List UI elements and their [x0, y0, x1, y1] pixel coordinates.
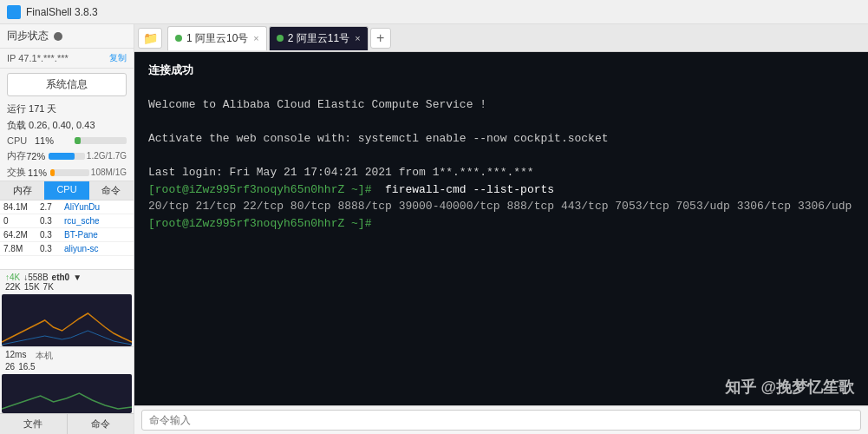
proc-mem: 84.1M	[3, 202, 40, 212]
proc-cpu: 0.3	[40, 244, 64, 253]
uptime-row: 运行 171 天	[0, 101, 134, 117]
net-dropdown-icon[interactable]: ▼	[73, 273, 82, 282]
process-list: 84.1M 2.7 AliYunDu 0 0.3 rcu_sche 64.2M …	[0, 201, 134, 269]
add-tab-button[interactable]: +	[370, 28, 391, 49]
net-up: ↑4K	[5, 273, 20, 282]
proc-mem: 7.8M	[3, 244, 40, 253]
tab-cpu[interactable]: CPU	[44, 181, 88, 200]
proc-mem: 64.2M	[3, 230, 40, 240]
terminal-area: 📁 1 阿里云10号 × 2 阿里云11号 × + 连接成功 Welcome t…	[134, 24, 868, 434]
terminal-line	[148, 80, 854, 97]
lat-val-26: 26	[5, 362, 15, 372]
ip-text: IP 47.1*.***.***	[7, 53, 106, 63]
mem-bar-wrap	[49, 153, 85, 160]
latency-row: 12ms 本机	[5, 350, 128, 362]
swap-detail: 108M/1G	[91, 168, 127, 177]
list-item: 7.8M 0.3 aliyun-sc	[0, 242, 134, 256]
net-chart	[2, 294, 132, 346]
net-val-22k: 22K	[5, 282, 21, 292]
load-row: 负载 0.26, 0.40, 0.43	[0, 117, 134, 134]
title-bar: FinalShell 3.8.3	[0, 0, 868, 24]
proc-cpu: 0.3	[40, 230, 64, 240]
list-item: 0 0.3 rcu_sche	[0, 214, 134, 228]
latency-val: 12ms	[5, 350, 36, 362]
tab-bar: 📁 1 阿里云10号 × 2 阿里云11号 × +	[134, 24, 868, 52]
tab-close-1[interactable]: ×	[253, 33, 258, 43]
net-iface: eth0	[52, 273, 70, 282]
cpu-label: CPU	[7, 135, 35, 146]
list-item: 64.2M 0.3 BT-Pane	[0, 228, 134, 242]
cpu-bar	[75, 137, 81, 144]
lat-val-165: 16.5	[18, 362, 35, 372]
tab-aliyun10[interactable]: 1 阿里云10号 ×	[167, 26, 267, 50]
proc-name[interactable]: aliyun-sc	[64, 244, 130, 253]
swap-bar	[50, 169, 55, 176]
terminal-line: 20/tcp 21/tcp 22/tcp 80/tcp 8888/tcp 390…	[148, 198, 854, 215]
tab-dot-2	[277, 35, 284, 42]
tab-label-2: 2 阿里云11号	[288, 31, 349, 46]
cpu-value: 11%	[35, 135, 71, 146]
swap-stat-row: 交换 11% 108M/1G	[0, 164, 134, 181]
terminal-line: Last login: Fri May 21 17:04:21 2021 fro…	[148, 164, 854, 181]
mem-bar	[49, 153, 75, 160]
tab-memory[interactable]: 内存	[0, 181, 44, 200]
cmd-input[interactable]	[141, 410, 861, 431]
sync-status: 同步状态	[0, 24, 134, 49]
proc-name[interactable]: BT-Pane	[64, 230, 130, 240]
net-val-15k: 15K	[24, 282, 40, 292]
terminal-line: [root@iZwz995rf3noqyh65n0hhrZ ~]#	[148, 215, 854, 233]
proc-cpu: 2.7	[40, 202, 64, 212]
proc-name[interactable]: rcu_sche	[64, 216, 130, 226]
app-icon	[7, 5, 21, 19]
copy-ip-button[interactable]: 复制	[109, 52, 127, 64]
uptime-label: 运行 171 天	[7, 102, 56, 115]
swap-bar-wrap	[50, 169, 89, 176]
ip-row: IP 47.1*.***.*** 复制	[0, 49, 134, 69]
latency-host: 本机	[36, 350, 53, 362]
sidebar: 同步状态 IP 47.1*.***.*** 复制 系统信息 运行 171 天 负…	[0, 24, 134, 434]
sync-label: 同步状态	[7, 29, 49, 43]
net-row: ↑4K ↓558B eth0 ▼	[5, 273, 128, 282]
proc-name[interactable]: AliYunDu	[64, 202, 130, 212]
terminal-line	[148, 114, 854, 131]
process-tabs: 内存 CPU 命令	[0, 181, 134, 201]
sidebar-tab-files[interactable]: 文件	[0, 414, 68, 434]
sidebar-tab-commands[interactable]: 命令	[68, 414, 134, 434]
main-layout: 同步状态 IP 47.1*.***.*** 复制 系统信息 运行 171 天 负…	[0, 24, 868, 434]
terminal-line: [root@iZwz995rf3noqyh65n0hhrZ ~]# firewa…	[148, 181, 854, 199]
tab-close-2[interactable]: ×	[355, 33, 360, 43]
net-stats: ↑4K ↓558B eth0 ▼ 22K 15K 7K	[0, 269, 134, 294]
sysinfo-button[interactable]: 系统信息	[7, 73, 127, 96]
cpu-bar-wrap	[75, 137, 127, 144]
tab-dot-1	[175, 35, 182, 42]
net-val-7k: 7K	[43, 282, 54, 292]
tab-command[interactable]: 命令	[89, 181, 134, 200]
terminal-output[interactable]: 连接成功 Welcome to Alibaba Cloud Elastic Co…	[134, 52, 868, 405]
folder-icon-button[interactable]: 📁	[138, 28, 162, 49]
list-item: 84.1M 2.7 AliYunDu	[0, 201, 134, 214]
cpu-stat-row: CPU 11%	[0, 134, 134, 148]
load-label: 负载 0.26, 0.40, 0.43	[7, 119, 95, 132]
sidebar-bottom-tabs: 文件 命令	[0, 413, 134, 434]
swap-value: 11%	[28, 168, 47, 178]
latency-stats: 12ms 本机 26 16.5	[0, 346, 134, 374]
net-values-row: 22K 15K 7K	[5, 282, 128, 292]
proc-cpu: 0.3	[40, 216, 64, 226]
latency-values-row: 26 16.5	[5, 362, 128, 372]
terminal-line: Activate the web console with: systemctl…	[148, 130, 854, 148]
proc-mem: 0	[3, 216, 40, 226]
latency-chart	[2, 374, 132, 413]
mem-value: 72%	[26, 151, 45, 161]
tab-aliyun11[interactable]: 2 阿里云11号 ×	[269, 26, 369, 50]
net-down: ↓558B	[23, 273, 48, 282]
mem-detail: 1.2G/1.7G	[87, 151, 127, 161]
mem-label: 内存	[7, 149, 26, 162]
swap-label: 交换	[7, 166, 28, 179]
terminal-line: 连接成功	[148, 62, 854, 80]
app-title: FinalShell 3.8.3	[26, 6, 98, 18]
terminal-line: Welcome to Alibaba Cloud Elastic Compute…	[148, 96, 854, 114]
terminal-line	[148, 148, 854, 165]
cmd-bar	[134, 405, 868, 434]
mem-stat-row: 内存 72% 1.2G/1.7G	[0, 148, 134, 164]
tab-label-1: 1 阿里云10号	[186, 31, 248, 46]
